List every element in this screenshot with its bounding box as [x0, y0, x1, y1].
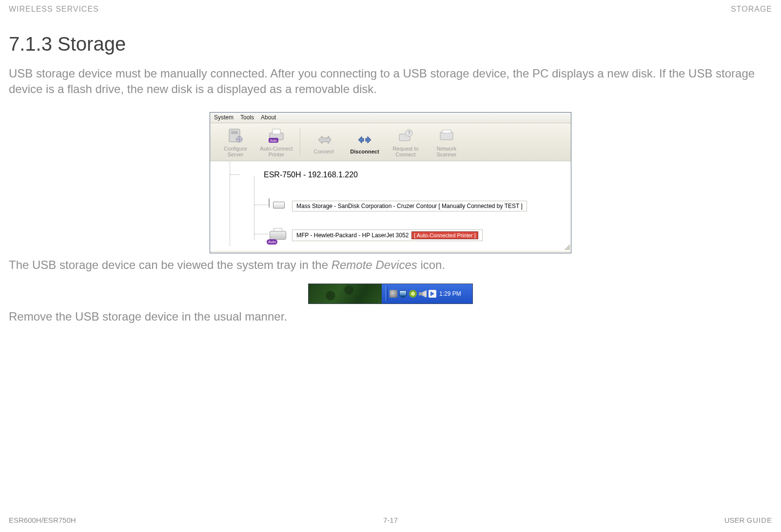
printer-auto-icon: Auto — [267, 126, 286, 145]
remove-paragraph: Remove the USB storage device in the usu… — [9, 309, 772, 324]
menu-system[interactable]: System — [214, 114, 234, 121]
menu-tools[interactable]: Tools — [240, 114, 254, 121]
footer-user: USER — [724, 516, 745, 524]
tray-para-post: icon. — [417, 258, 445, 271]
intro-paragraph: USB storage device must be manually conn… — [9, 66, 772, 97]
taskbar: 1:29 PM — [382, 284, 472, 304]
header-left: WIRELESS SERVICES — [9, 5, 99, 14]
tree-mass-storage-node[interactable]: Mass Storage - SanDisk Corporation - Cru… — [269, 199, 571, 213]
svg-text:?: ? — [408, 131, 410, 136]
auto-connected-printer-badge: [ Auto-Connected Printer ] — [411, 231, 478, 239]
device-tree: ESR-750H - 192.168.1.220 Mass Storage - … — [210, 161, 571, 251]
request-to-connect-button[interactable]: ? Request to Connect — [385, 124, 426, 159]
page-footer: ESR600H/ESR750H 7-17 USER GUIDE — [9, 516, 772, 524]
auto-badge: Auto — [267, 239, 277, 245]
network-tray-icon[interactable] — [399, 290, 407, 298]
tray-separator — [386, 286, 388, 301]
footer-guide: GUIDE — [746, 516, 772, 524]
footer-page-number: 7-17 — [383, 516, 398, 524]
printer-icon: Auto — [269, 228, 288, 243]
disk-icon — [269, 199, 288, 213]
server-icon — [226, 126, 245, 145]
nvidia-tray-icon[interactable] — [409, 290, 417, 298]
menubar: System Tools About — [210, 113, 571, 123]
network-scanner-button[interactable]: Network Scanner — [426, 124, 467, 159]
tray-para-pre: The USB storage device can be viewed the… — [9, 258, 332, 271]
configure-server-button[interactable]: Configure Server — [215, 124, 256, 159]
tree-root-node[interactable]: ESR-750H - 192.168.1.220 — [240, 168, 571, 182]
connect-icon — [314, 129, 333, 148]
app-window: System Tools About Configure Server Auto… — [210, 112, 571, 253]
auto-connect-printer-label: Auto-Connect Printer — [260, 146, 293, 158]
footer-left: ESR600H/ESR750H — [9, 516, 76, 524]
menu-about[interactable]: About — [261, 114, 276, 121]
footer-right: USER GUIDE — [724, 516, 772, 524]
tray-para-italic: Remote Devices — [332, 258, 417, 271]
request-icon: ? — [396, 126, 415, 145]
tree-root-label: ESR-750H - 192.168.1.220 — [264, 171, 358, 179]
page-header: WIRELESS SERVICES STORAGE — [9, 5, 772, 14]
header-right: STORAGE — [731, 5, 772, 14]
remote-devices-tray-icon[interactable] — [390, 290, 397, 298]
disconnect-icon — [355, 129, 374, 148]
tree-mass-storage-label: Mass Storage - SanDisk Corporation - Cru… — [292, 201, 527, 211]
desktop-bg — [309, 284, 382, 304]
request-to-connect-label: Request to Connect — [392, 146, 418, 158]
tree-mfp-node[interactable]: Auto MFP - Hewlett-Packard - HP LaserJet… — [269, 228, 571, 243]
connect-label: Connect — [314, 149, 334, 155]
connect-button[interactable]: Connect — [303, 124, 344, 159]
tree-mfp-label: MFP - Hewlett-Packard - HP LaserJet 3052 — [296, 232, 409, 239]
system-tray-screenshot: 1:29 PM — [308, 284, 473, 304]
tray-clock[interactable]: 1:29 PM — [439, 290, 461, 297]
media-tray-icon[interactable] — [429, 290, 436, 298]
toolbar: Configure Server Auto Auto-Connect Print… — [210, 123, 571, 161]
svg-rect-1 — [231, 131, 238, 134]
scanner-icon — [437, 126, 456, 145]
disconnect-button[interactable]: Disconnect — [344, 124, 385, 159]
configure-server-label: Configure Server — [224, 146, 247, 158]
svg-rect-4 — [273, 129, 280, 134]
tray-paragraph: The USB storage device can be viewed the… — [9, 257, 772, 273]
disconnect-label: Disconnect — [350, 149, 379, 155]
section-title: 7.1.3 Storage — [9, 33, 772, 55]
svg-rect-11 — [442, 130, 451, 133]
auto-connect-printer-button[interactable]: Auto Auto-Connect Printer — [256, 124, 297, 159]
toolbar-separator — [300, 128, 300, 155]
volume-tray-icon[interactable] — [419, 290, 427, 298]
tree-mfp-label-box: MFP - Hewlett-Packard - HP LaserJet 3052… — [292, 229, 483, 241]
resize-grip[interactable] — [563, 243, 570, 250]
router-icon — [240, 168, 260, 182]
network-scanner-label: Network Scanner — [437, 146, 457, 158]
svg-text:Auto: Auto — [270, 139, 277, 142]
